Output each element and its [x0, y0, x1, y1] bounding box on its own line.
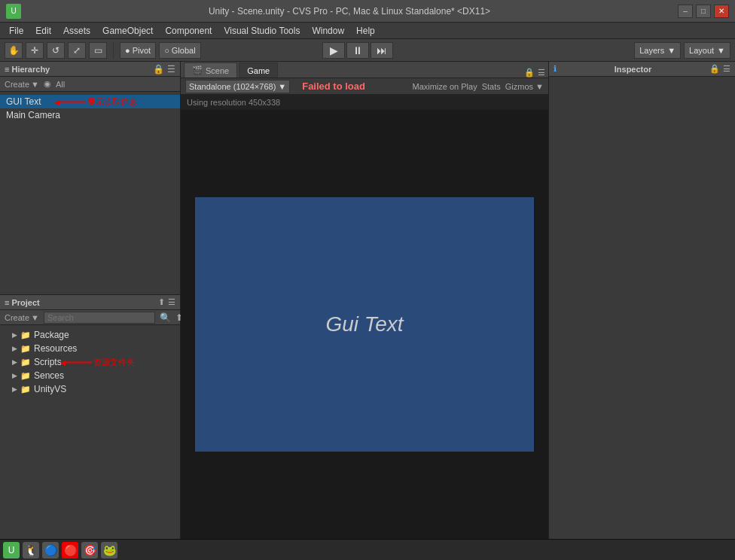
hierarchy-create-button[interactable]: Create ▼: [5, 80, 39, 89]
package-label: Package: [34, 330, 69, 340]
project-header-controls: ⬆ ☰: [158, 297, 175, 307]
game-tab[interactable]: Game: [239, 62, 278, 78]
taskbar-item-2[interactable]: 🐧: [23, 542, 39, 558]
toolbar: ✋ ✛ ↺ ⤢ ▭ ● Pivot ○ Global ▶ ⏸ ⏭ Layers …: [0, 39, 735, 62]
play-button[interactable]: ▶: [322, 42, 345, 59]
game-canvas[interactable]: Gui Text: [181, 110, 548, 539]
hierarchy-item-maincamera[interactable]: Main Camera: [0, 108, 180, 122]
menu-window[interactable]: Window: [306, 24, 350, 38]
game-viewport: Using resolution 450x338 Gui Text: [181, 95, 548, 539]
resolution-label: Standalone (1024×768): [189, 82, 276, 91]
menu-gameobject[interactable]: GameObject: [96, 24, 159, 38]
maximize-button[interactable]: □: [696, 5, 711, 18]
folder-unityvs[interactable]: ▶ 📁 UnityVS: [0, 382, 180, 396]
inspector-lock-icon[interactable]: 🔒: [709, 64, 720, 74]
pause-button[interactable]: ⏸: [346, 42, 369, 59]
window-title: Unity - Scene.unity - CVS Pro - PC, Mac …: [21, 6, 678, 17]
hand-tool-button[interactable]: ✋: [5, 42, 23, 59]
package-folder-icon: 📁: [20, 330, 31, 340]
rect-tool-button[interactable]: ▭: [89, 42, 107, 59]
folder-resources[interactable]: ▶ 📁 Resources: [0, 342, 180, 355]
resolution-dropdown[interactable]: Standalone (1024×768) ▼: [185, 80, 290, 93]
global-radio-icon: ○: [164, 46, 169, 55]
hierarchy-item-guitext[interactable]: GUI Text ◀ 显示读取信息: [0, 95, 180, 108]
pivot-radio-icon: ●: [125, 46, 130, 55]
gizmo-controls: Maximize on Play Stats Gizmos ▼: [412, 82, 544, 91]
inspector-title: Inspector: [615, 65, 652, 74]
hierarchy-sub-header: Create ▼ ◉ All: [0, 77, 180, 92]
game-tab-label: Game: [247, 66, 270, 75]
project-icon2[interactable]: ☰: [168, 297, 175, 307]
menu-file[interactable]: File: [3, 24, 29, 38]
game-blue-area: Gui Text: [195, 197, 534, 452]
unityvs-label: UnityVS: [34, 384, 66, 394]
menu-help[interactable]: Help: [350, 24, 381, 38]
scripts-label: Scripts: [34, 357, 62, 367]
step-button[interactable]: ⏭: [371, 42, 393, 59]
project-title: ≡ Project: [5, 298, 40, 307]
viewport-menu-icon[interactable]: ☰: [538, 68, 545, 78]
project-header: ≡ Project ⬆ ☰: [0, 295, 180, 310]
scale-tool-button[interactable]: ⤢: [68, 42, 86, 59]
viewport-tab-bar: 🎬 Scene Game 🔒 ☰: [181, 62, 548, 78]
layout-dropdown[interactable]: Layout ▼: [684, 42, 730, 59]
center-panel: 🎬 Scene Game 🔒 ☰ Standalone (1024×768) ▼…: [181, 62, 548, 539]
project-search-icon: 🔍: [160, 312, 171, 323]
close-button[interactable]: ✕: [714, 5, 729, 18]
hierarchy-header-controls: 🔒 ☰: [153, 64, 175, 75]
inspector-menu-icon[interactable]: ☰: [723, 64, 730, 74]
rotate-tool-button[interactable]: ↺: [47, 42, 65, 59]
gui-text-display: Gui Text: [325, 312, 403, 336]
project-panel: ≡ Project ⬆ ☰ Create ▼ 🔍 ⬆ ★ ▶ 📁: [0, 295, 180, 539]
taskbar-item-4[interactable]: 🔴: [62, 542, 78, 558]
folder-sences[interactable]: ▶ 📁 Sences: [0, 369, 180, 382]
project-search-input[interactable]: [44, 312, 155, 324]
inspector-panel: ℹ Inspector 🔒 ☰: [548, 62, 735, 539]
layers-dropdown[interactable]: Layers ▼: [634, 42, 681, 59]
global-label: Global: [172, 46, 196, 55]
failed-to-load-text: Failed to load: [302, 81, 365, 92]
scripts-folder-icon: 📁: [20, 358, 31, 367]
hierarchy-lock-icon[interactable]: 🔒: [153, 64, 164, 75]
hierarchy-menu-icon[interactable]: ☰: [167, 64, 175, 75]
taskbar: U 🐧 🔵 🔴 🎯 🐸: [0, 539, 735, 560]
taskbar-item-3[interactable]: 🔵: [42, 542, 59, 558]
folder-package[interactable]: ▶ 📁 Package: [0, 328, 180, 342]
maincamera-label: Main Camera: [6, 110, 60, 120]
viewport-lock-icon[interactable]: 🔒: [524, 68, 535, 78]
scripts-expand-icon: ▶: [12, 358, 17, 366]
taskbar-item-6[interactable]: 🐸: [101, 542, 117, 558]
project-create-chevron: ▼: [31, 313, 39, 322]
move-tool-button[interactable]: ✛: [26, 42, 44, 59]
sences-folder-icon: 📁: [20, 371, 31, 381]
taskbar-item-5[interactable]: 🎯: [81, 542, 98, 558]
minimize-button[interactable]: –: [678, 5, 693, 18]
package-expand-icon: ▶: [12, 331, 17, 339]
menu-edit[interactable]: Edit: [29, 24, 57, 38]
menu-visual-studio-tools[interactable]: Visual Studio Tools: [218, 24, 306, 38]
project-content: ▶ 📁 Package ▶ 📁 Resources ▶ 📁 Scripts ◀: [0, 325, 180, 539]
toolbar-separator-1: [113, 42, 114, 59]
layers-chevron-icon: ▼: [667, 46, 676, 55]
hierarchy-header: ≡ Hierarchy 🔒 ☰: [0, 62, 180, 77]
maximize-on-play-label[interactable]: Maximize on Play: [412, 82, 477, 91]
taskbar-item-1[interactable]: U: [3, 542, 20, 558]
menu-assets[interactable]: Assets: [57, 24, 96, 38]
window-controls: – □ ✕: [678, 5, 729, 18]
scene-tab[interactable]: 🎬 Scene: [184, 62, 237, 78]
menu-component[interactable]: Component: [159, 24, 218, 38]
project-create-button[interactable]: Create ▼: [5, 313, 39, 322]
guitext-label: GUI Text: [6, 96, 41, 107]
pivot-button[interactable]: ● Pivot: [120, 42, 156, 59]
resources-folder-icon: 📁: [20, 344, 31, 354]
global-button[interactable]: ○ Global: [159, 42, 200, 59]
project-icon1[interactable]: ⬆: [158, 297, 165, 307]
unity-logo-icon: U: [6, 4, 21, 19]
stats-button[interactable]: Stats: [482, 82, 501, 91]
gizmos-dropdown[interactable]: Gizmos ▼: [505, 82, 544, 91]
hierarchy-title: ≡ Hierarchy: [5, 65, 50, 74]
sences-label: Sences: [34, 370, 64, 381]
folder-scripts[interactable]: ▶ 📁 Scripts ◀ 资源文件夹: [0, 355, 180, 369]
hierarchy-content: GUI Text ◀ 显示读取信息 Main Camera: [0, 92, 180, 294]
unityvs-folder-icon: 📁: [20, 385, 31, 394]
